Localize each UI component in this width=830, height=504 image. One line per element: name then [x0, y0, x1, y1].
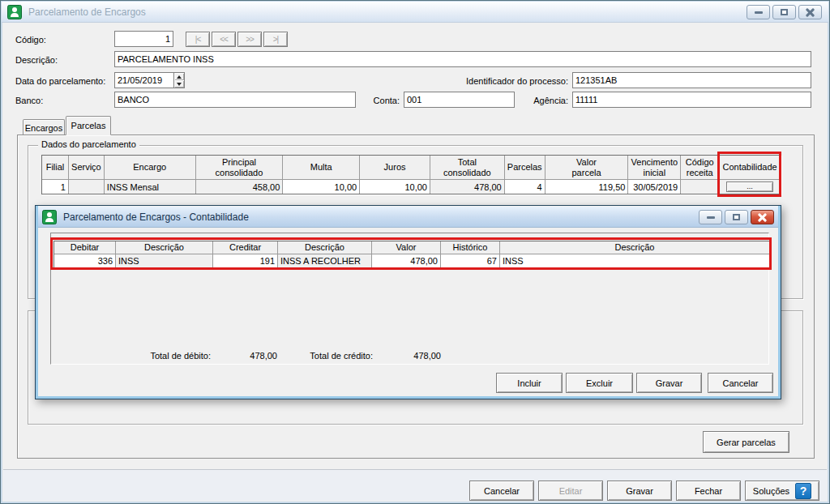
agencia-input[interactable]: [572, 92, 811, 108]
total-debito-label: Total de débito:: [130, 351, 211, 361]
contabilidade-table-row: 336 INSS 191 INSS A RECOLHER 478,00 67 I…: [54, 254, 769, 267]
excluir-button[interactable]: Excluir: [566, 373, 633, 393]
dialog-close-button[interactable]: [751, 210, 774, 224]
dialog-gravar-button[interactable]: Gravar: [636, 373, 702, 393]
cell-multa[interactable]: 10,00: [283, 180, 360, 194]
total-credito-value: 478,00: [384, 351, 441, 361]
nav-first-button[interactable]: |<: [186, 32, 210, 47]
dialog-restore-icon: [733, 214, 740, 220]
tab-encargos[interactable]: Encargos: [23, 119, 65, 135]
maximize-button[interactable]: [772, 5, 796, 19]
identificador-input[interactable]: [572, 72, 811, 88]
identificador-label: Identificador do processo:: [422, 76, 568, 86]
minimize-button[interactable]: [747, 5, 770, 19]
descricao-label: Descrição:: [15, 55, 58, 65]
data-parcelamento-input[interactable]: [114, 72, 174, 88]
dialog-minimize-icon: [707, 216, 715, 219]
cell-encargo: INSS Mensal: [105, 180, 196, 194]
gerar-parcelas-button[interactable]: Gerar parcelas: [703, 431, 789, 453]
dialog-close-icon: [758, 213, 767, 222]
cell-creditar-descricao[interactable]: INSS A RECOLHER: [278, 254, 372, 267]
cell-historico[interactable]: 67: [441, 254, 500, 267]
total-debito-value: 478,00: [220, 351, 277, 361]
conta-label: Conta:: [357, 96, 400, 105]
gravar-button[interactable]: Gravar: [607, 481, 672, 501]
editar-button: Editar: [538, 481, 603, 501]
cell-parcelas[interactable]: 4: [505, 180, 545, 194]
incluir-button[interactable]: Incluir: [496, 373, 563, 393]
cell-servico: [69, 180, 105, 194]
cell-total: 478,00: [430, 180, 505, 194]
tab-parcelas[interactable]: Parcelas: [66, 116, 111, 135]
dialog-titlebar[interactable]: Parcelamento de Encargos - Contabilidade: [36, 207, 780, 228]
cell-creditar[interactable]: 191: [213, 254, 278, 267]
parcelamento-table-row: 1 INSS Mensal 458,00 10,00 10,00 478,00 …: [42, 180, 781, 194]
agencia-label: Agência:: [511, 96, 568, 105]
codigo-input[interactable]: [114, 31, 173, 47]
main-window: Parcelamento de Encargos Código: |< << >…: [0, 0, 830, 504]
dialog-title: Parcelamento de Encargos - Contabilidade: [63, 211, 249, 223]
dialog-cancelar-button[interactable]: Cancelar: [708, 373, 773, 393]
spinner-down-button[interactable]: [174, 80, 184, 88]
spinner-up-button[interactable]: [174, 73, 184, 80]
cell-debitar-descricao[interactable]: INSS: [116, 254, 213, 267]
main-titlebar[interactable]: Parcelamento de Encargos: [2, 2, 828, 23]
close-button[interactable]: [798, 5, 822, 19]
close-icon: [806, 8, 815, 17]
window-title: Parcelamento de Encargos: [28, 6, 146, 18]
group-dados-title: Dados do parcelamento: [38, 139, 139, 149]
nav-next-button[interactable]: >>: [237, 32, 262, 47]
parcelamento-table: Filial Serviço Encargo Principalconsolid…: [41, 155, 781, 194]
contabilidade-ellipsis-button[interactable]: ...: [726, 182, 773, 192]
codigo-label: Código:: [15, 35, 46, 45]
descricao-input[interactable]: [114, 51, 811, 67]
cell-historico-descricao[interactable]: INSS: [500, 254, 769, 267]
contabilidade-table: Debitar Descrição Creditar Descrição Val…: [53, 241, 770, 268]
app-person-icon: [7, 5, 22, 19]
nav-prev-button[interactable]: <<: [212, 32, 236, 47]
cell-principal: 458,00: [196, 180, 284, 194]
dialog-restore-button[interactable]: [725, 210, 748, 224]
data-parcelamento-label: Data do parcelamento:: [15, 76, 105, 86]
contabilidade-table-header: Debitar Descrição Creditar Descrição Val…: [54, 241, 769, 254]
cell-juros[interactable]: 10,00: [360, 180, 430, 194]
cell-filial[interactable]: 1: [42, 180, 69, 194]
maximize-icon: [781, 9, 788, 15]
dialog-person-icon: [42, 210, 57, 224]
solucoes-label: Soluções: [753, 486, 789, 496]
conta-input[interactable]: [404, 92, 515, 108]
cell-debitar[interactable]: 336: [54, 254, 116, 267]
contabilidade-dialog: Parcelamento de Encargos - Contabilidade…: [35, 205, 781, 399]
solucoes-button[interactable]: Soluções ?: [745, 481, 819, 501]
date-spinner: [174, 72, 185, 88]
nav-last-button[interactable]: >|: [263, 32, 288, 47]
help-icon[interactable]: ?: [795, 483, 811, 499]
total-credito-label: Total de crédito:: [292, 351, 373, 361]
arrow-up-icon: [177, 75, 182, 79]
banco-input[interactable]: [114, 92, 356, 108]
banco-label: Banco:: [15, 96, 43, 105]
cell-vencimento[interactable]: 30/05/2019: [628, 180, 681, 194]
cancelar-button[interactable]: Cancelar: [469, 481, 534, 501]
arrow-down-icon: [177, 83, 182, 86]
fechar-button[interactable]: Fechar: [676, 481, 741, 501]
cell-valor[interactable]: 478,00: [372, 254, 441, 267]
cell-valor-parcela[interactable]: 119,50: [545, 180, 629, 194]
cell-contabilidade: ...: [719, 180, 781, 194]
minimize-icon: [755, 11, 763, 14]
parcelamento-table-header: Filial Serviço Encargo Principalconsolid…: [42, 156, 781, 180]
cell-codigo-receita[interactable]: [681, 180, 719, 194]
dialog-minimize-button[interactable]: [699, 210, 722, 224]
